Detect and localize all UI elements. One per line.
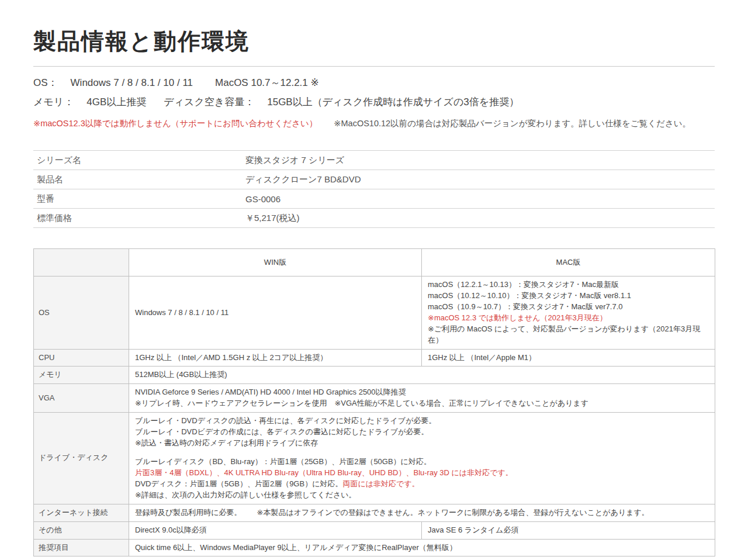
- os-mac-warning: ※macOS 12.3 では動作しません（2021年3月現在）: [428, 313, 709, 324]
- spec-row-drive: ドライブ・ディスク ブルーレイ・DVDディスクの読込・再生には、各ディスクに対応…: [34, 412, 715, 504]
- drive-line-1: ブルーレイ・DVDディスクの読込・再生には、各ディスクに対応したドライブが必要。: [135, 416, 709, 427]
- other-row-label: その他: [34, 521, 129, 539]
- memory-value: 4GB以上推奨: [86, 96, 146, 108]
- compatibility-notes: ※macOS12.3以降では動作しません（サポートにお問い合わせください）※Ma…: [33, 118, 715, 129]
- series-name-value: 変換スタジオ 7 シリーズ: [245, 151, 715, 170]
- page-container: 製品情報と動作環境 OS：Windows 7 / 8 / 8.1 / 10 / …: [33, 27, 715, 556]
- memory-label: メモリ：: [33, 96, 74, 108]
- page-title: 製品情報と動作環境: [33, 27, 715, 57]
- memory-row-label: メモリ: [34, 367, 129, 384]
- spec-row-cpu: CPU 1GHz 以上 （Intel／AMD 1.5GH z 以上 2コア以上推…: [34, 349, 715, 367]
- model-number-label: 型番: [33, 189, 245, 209]
- macos-version-note: ※MacOS10.12以前の場合は対応製品バージョンが変わります。詳しい仕様をご…: [334, 119, 691, 128]
- os-mac-line-2: macOS（10.12～10.10）：変換スタジオ7・Mac版 ver8.1.1: [428, 291, 709, 302]
- os-row-label: OS: [34, 276, 129, 349]
- summary-os-line: OS：Windows 7 / 8 / 8.1 / 10 / 11MacOS 10…: [33, 77, 715, 89]
- drive-dvd-warning: 両面には非対応です。: [342, 479, 419, 488]
- os-win-cell: Windows 7 / 8 / 8.1 / 10 / 11: [129, 276, 422, 349]
- internet-cell: 登録時及び製品利用時に必要。 ※本製品はオフラインでの登録はできません。ネットワ…: [129, 504, 715, 521]
- table-row: 標準価格 ￥5,217(税込): [33, 209, 715, 228]
- os-mac-cell: macOS（12.2.1～10.13）：変換スタジオ7・Mac最新版 macOS…: [422, 276, 715, 349]
- cpu-row-label: CPU: [34, 349, 129, 367]
- cpu-mac-cell: 1GHz 以上 （Intel／Apple M1）: [422, 349, 715, 367]
- spec-row-memory: メモリ 512MB以上 (4GB以上推奨): [34, 367, 715, 384]
- title-divider: [33, 66, 715, 67]
- drive-line-4: ブルーレイディスク（BD、Blu-ray）：片面1層（25GB）、片面2層（50…: [135, 457, 709, 468]
- price-value: ￥5,217(税込): [245, 209, 715, 228]
- drive-bdxl-warning: 片面3層・4層（BDXL）、4K ULTRA HD Blu-ray（Ultra …: [135, 468, 709, 479]
- cpu-win-cell: 1GHz 以上 （Intel／AMD 1.5GH z 以上 2コア以上推奨）: [129, 349, 422, 367]
- spec-row-os: OS Windows 7 / 8 / 8.1 / 10 / 11 macOS（1…: [34, 276, 715, 349]
- disk-space-value: 15GB以上（ディスク作成時は作成サイズの3倍を推奨）: [267, 96, 519, 108]
- spec-header-row: WIN版 MAC版: [34, 249, 715, 276]
- spec-table: WIN版 MAC版 OS Windows 7 / 8 / 8.1 / 10 / …: [33, 248, 715, 556]
- internet-row-label: インターネット接続: [34, 504, 129, 521]
- os-mac-line-3: macOS（10.9～10.7）：変換スタジオ7・Mac版 ver7.7.0: [428, 302, 709, 313]
- series-name-label: シリーズ名: [33, 151, 245, 170]
- drive-dvd-line: DVDディスク：片面1層（5GB）、片面2層（9GB）に対応。両面には非対応です…: [135, 479, 709, 490]
- os-mac-line-1: macOS（12.2.1～10.13）：変換スタジオ7・Mac最新版: [428, 279, 709, 291]
- product-name-label: 製品名: [33, 170, 245, 189]
- table-row: シリーズ名 変換スタジオ 7 シリーズ: [33, 151, 715, 170]
- vga-row-label: VGA: [34, 384, 129, 413]
- mac-column-header: MAC版: [422, 249, 715, 276]
- other-win-cell: DirectX 9.0c以降必須: [129, 521, 422, 539]
- price-label: 標準価格: [33, 209, 245, 228]
- other-mac-cell: Java SE 6 ランタイム必須: [422, 521, 715, 539]
- vga-line-2: ※リプレイ時、ハードウェアアクセラレーションを使用 ※VGA性能が不足している場…: [135, 398, 709, 409]
- os-mac-note: ※ご利用の MacOS によって、対応製品バージョンが変わります（2021年3月…: [428, 324, 709, 346]
- drive-line-3: ※読込・書込時の対応メディアは利用ドライブに依存: [135, 438, 709, 449]
- vga-line-1: NVIDIA Geforce 9 Series / AMD(ATI) HD 40…: [135, 387, 709, 398]
- spec-row-internet: インターネット接続 登録時及び製品利用時に必要。 ※本製品はオフラインでの登録は…: [34, 504, 715, 521]
- recommended-row-label: 推奨項目: [34, 539, 129, 556]
- drive-line-2: ブルーレイ・DVDビデオの作成には、各ディスクの書込に対応したドライブが必要。: [135, 427, 709, 438]
- drive-row-label: ドライブ・ディスク: [34, 412, 129, 504]
- memory-cell: 512MB以上 (4GB以上推奨): [129, 367, 715, 384]
- drive-dvd-support: DVDディスク：片面1層（5GB）、片面2層（9GB）に対応。: [135, 479, 342, 488]
- drive-blank-line: [135, 448, 709, 457]
- table-row: 型番 GS-0006: [33, 189, 715, 209]
- disk-space-label: ディスク空き容量：: [164, 96, 254, 108]
- recommended-cell: Quick time 6以上、Windows MediaPlayer 9以上、リ…: [129, 539, 715, 556]
- spec-header-empty-cell: [34, 249, 129, 276]
- summary-memory-line: メモリ：4GB以上推奨ディスク空き容量：15GB以上（ディスク作成時は作成サイズ…: [33, 96, 715, 108]
- os-windows-value: Windows 7 / 8 / 8.1 / 10 / 11: [71, 77, 193, 88]
- os-mac-value: MacOS 10.7～12.2.1 ※: [215, 77, 319, 88]
- drive-cell: ブルーレイ・DVDディスクの読込・再生には、各ディスクに対応したドライブが必要。…: [129, 412, 715, 504]
- summary-section: OS：Windows 7 / 8 / 8.1 / 10 / 11MacOS 10…: [33, 77, 715, 130]
- spec-row-vga: VGA NVIDIA Geforce 9 Series / AMD(ATI) H…: [34, 384, 715, 413]
- product-info-table: シリーズ名 変換スタジオ 7 シリーズ 製品名 ディスククローン7 BD&DVD…: [33, 150, 715, 228]
- product-name-value: ディスククローン7 BD&DVD: [245, 170, 715, 189]
- model-number-value: GS-0006: [245, 189, 715, 209]
- spec-row-other: その他 DirectX 9.0c以降必須 Java SE 6 ランタイム必須: [34, 521, 715, 539]
- spec-row-recommended: 推奨項目 Quick time 6以上、Windows MediaPlayer …: [34, 539, 715, 556]
- drive-detail-note: ※詳細は、次項の入出力対応の詳しい仕様を参照してください。: [135, 490, 709, 501]
- macos-warning-note: ※macOS12.3以降では動作しません（サポートにお問い合わせください）: [33, 119, 317, 128]
- os-label: OS：: [33, 77, 58, 88]
- win-column-header: WIN版: [129, 249, 422, 276]
- vga-cell: NVIDIA Geforce 9 Series / AMD(ATI) HD 40…: [129, 384, 715, 413]
- table-row: 製品名 ディスククローン7 BD&DVD: [33, 170, 715, 189]
